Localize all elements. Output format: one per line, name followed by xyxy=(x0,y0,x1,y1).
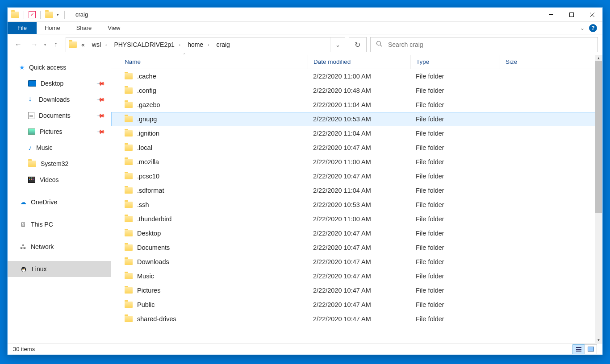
file-row[interactable]: Desktop2/22/2020 10:47 AMFile folder xyxy=(111,226,602,240)
file-date: 2/22/2020 10:47 AM xyxy=(308,287,410,294)
breadcrumb-overflow[interactable]: « xyxy=(79,37,88,52)
svg-line-5 xyxy=(380,45,382,46)
file-row[interactable]: Documents2/22/2020 10:47 AMFile folder xyxy=(111,240,602,255)
separator xyxy=(40,11,41,19)
folder-icon xyxy=(125,273,133,279)
folder-icon xyxy=(125,216,133,222)
view-details-button[interactable] xyxy=(572,344,585,354)
file-row[interactable]: Pictures2/22/2020 10:47 AMFile folder xyxy=(111,283,602,298)
ribbon-collapse-icon[interactable]: ⌄ xyxy=(580,25,585,31)
nav-back-button[interactable]: ← xyxy=(12,38,25,51)
sidebar-label: Videos xyxy=(40,176,59,183)
ribbon-tab-home[interactable]: Home xyxy=(37,22,68,34)
file-type: File folder xyxy=(410,287,500,294)
file-row[interactable]: .local2/22/2020 10:47 AMFile folder xyxy=(111,141,602,155)
sidebar-item-system32[interactable]: System32 xyxy=(8,156,111,172)
sidebar-item-documents[interactable]: Documents📌 xyxy=(8,108,111,124)
help-icon[interactable]: ? xyxy=(589,24,597,32)
sidebar-label: This PC xyxy=(31,221,53,228)
column-header-size[interactable]: Size xyxy=(500,55,602,69)
file-type: File folder xyxy=(410,187,500,194)
file-date: 2/22/2020 10:48 AM xyxy=(308,87,410,94)
file-type: File folder xyxy=(410,258,500,265)
file-row[interactable]: .gnupg2/22/2020 10:53 AMFile folder xyxy=(111,112,602,126)
file-row[interactable]: Downloads2/22/2020 10:47 AMFile folder xyxy=(111,255,602,269)
navigation-pane: Quick access Desktop📌Downloads📌Documents… xyxy=(8,55,111,343)
search-input[interactable] xyxy=(388,41,592,48)
file-name: .pcsc10 xyxy=(137,173,159,180)
navigation-row: ← → ▾ ↑ « wsl› PHYSICALDRIVE2p1› home› c… xyxy=(8,34,602,55)
ribbon-tab-view[interactable]: View xyxy=(100,22,128,34)
sidebar-item-linux[interactable]: Linux xyxy=(8,261,111,277)
scroll-up-icon[interactable]: ▲ xyxy=(595,55,602,61)
file-row[interactable]: .sdformat2/22/2020 11:04 AMFile folder xyxy=(111,183,602,198)
close-button[interactable] xyxy=(582,8,602,22)
svg-point-8 xyxy=(23,268,24,269)
column-header-type[interactable]: Type xyxy=(410,55,500,69)
sidebar-item-downloads[interactable]: Downloads📌 xyxy=(8,91,111,108)
refresh-button[interactable]: ↻ xyxy=(349,37,367,52)
file-type: File folder xyxy=(410,201,500,208)
file-list: ⌃ Name Date modified Type Size .cache2/2… xyxy=(111,55,602,343)
qat-properties-icon[interactable]: ✓ xyxy=(29,11,36,18)
scroll-thumb[interactable] xyxy=(595,61,602,213)
scroll-down-icon[interactable]: ▼ xyxy=(595,337,602,343)
file-row[interactable]: .config2/22/2020 10:48 AMFile folder xyxy=(111,83,602,98)
ribbon-tab-share[interactable]: Share xyxy=(68,22,100,34)
minimize-button[interactable] xyxy=(541,8,561,22)
qat-customize-dropdown[interactable]: ▾ xyxy=(56,12,60,17)
file-name: Downloads xyxy=(137,258,169,265)
qat-newfolder-icon[interactable] xyxy=(45,12,53,18)
address-dropdown-button[interactable]: ⌄ xyxy=(330,37,345,52)
file-row[interactable]: shared-drives2/22/2020 10:47 AMFile fold… xyxy=(111,312,602,326)
file-row[interactable]: .mozilla2/22/2020 11:00 AMFile folder xyxy=(111,155,602,169)
file-row[interactable]: .gazebo2/22/2020 11:04 AMFile folder xyxy=(111,98,602,112)
file-type: File folder xyxy=(410,130,500,137)
sidebar-quick-access[interactable]: Quick access xyxy=(8,59,111,75)
svg-rect-0 xyxy=(549,14,553,15)
vertical-scrollbar[interactable]: ▲ ▼ xyxy=(595,55,602,343)
address-bar[interactable]: « wsl› PHYSICALDRIVE2p1› home› craig ⌄ xyxy=(66,37,345,52)
file-row[interactable]: Music2/22/2020 10:47 AMFile folder xyxy=(111,269,602,283)
column-header-date[interactable]: Date modified xyxy=(308,55,410,69)
sidebar-label: Linux xyxy=(32,265,46,273)
sidebar-item-videos[interactable]: Videos xyxy=(8,172,111,188)
sidebar-item-music[interactable]: ♪Music xyxy=(8,140,111,156)
pin-icon: 📌 xyxy=(96,95,106,104)
nav-up-button[interactable]: ↑ xyxy=(50,38,62,51)
breadcrumb-label: wsl xyxy=(92,41,101,48)
onedrive-icon: ☁ xyxy=(20,199,26,206)
file-row[interactable]: Public2/22/2020 10:47 AMFile folder xyxy=(111,298,602,312)
view-thumbnails-button[interactable] xyxy=(585,344,597,354)
breadcrumb-wsl[interactable]: wsl› xyxy=(89,37,110,52)
nav-history-dropdown[interactable]: ▾ xyxy=(44,43,46,47)
breadcrumb-craig[interactable]: craig xyxy=(214,37,233,52)
maximize-button[interactable] xyxy=(561,8,582,22)
music-icon: ♪ xyxy=(28,144,32,152)
file-date: 2/22/2020 10:53 AM xyxy=(308,201,410,208)
ribbon-tab-file[interactable]: File xyxy=(8,22,37,34)
file-type: File folder xyxy=(410,215,500,223)
folder-icon xyxy=(125,316,133,322)
chevron-right-icon: › xyxy=(208,42,209,47)
sidebar-item-pictures[interactable]: Pictures📌 xyxy=(8,124,111,140)
file-row[interactable]: .ignition2/22/2020 11:04 AMFile folder xyxy=(111,126,602,141)
sidebar-item-thispc[interactable]: 🖥This PC xyxy=(8,216,111,232)
search-box[interactable] xyxy=(370,37,598,52)
breadcrumb-home[interactable]: home› xyxy=(185,37,212,52)
nav-forward-button[interactable]: → xyxy=(28,38,41,51)
svg-rect-11 xyxy=(576,349,581,350)
breadcrumb-drive[interactable]: PHYSICALDRIVE2p1› xyxy=(111,37,183,52)
column-header-name[interactable]: Name xyxy=(125,58,308,65)
documents-icon xyxy=(28,112,34,119)
file-row[interactable]: .ssh2/22/2020 10:53 AMFile folder xyxy=(111,198,602,212)
file-row[interactable]: .cache2/22/2020 11:00 AMFile folder xyxy=(111,69,602,83)
file-date: 2/22/2020 10:47 AM xyxy=(308,273,410,280)
sidebar-item-network[interactable]: 🖧Network xyxy=(8,239,111,255)
file-row[interactable]: .pcsc102/22/2020 10:47 AMFile folder xyxy=(111,169,602,183)
file-name: Public xyxy=(137,301,155,308)
file-row[interactable]: .thunderbird2/22/2020 11:00 AMFile folde… xyxy=(111,212,602,226)
sidebar-item-desktop[interactable]: Desktop📌 xyxy=(8,75,111,91)
linux-icon xyxy=(20,265,27,273)
sidebar-item-onedrive[interactable]: ☁OneDrive xyxy=(8,194,111,210)
